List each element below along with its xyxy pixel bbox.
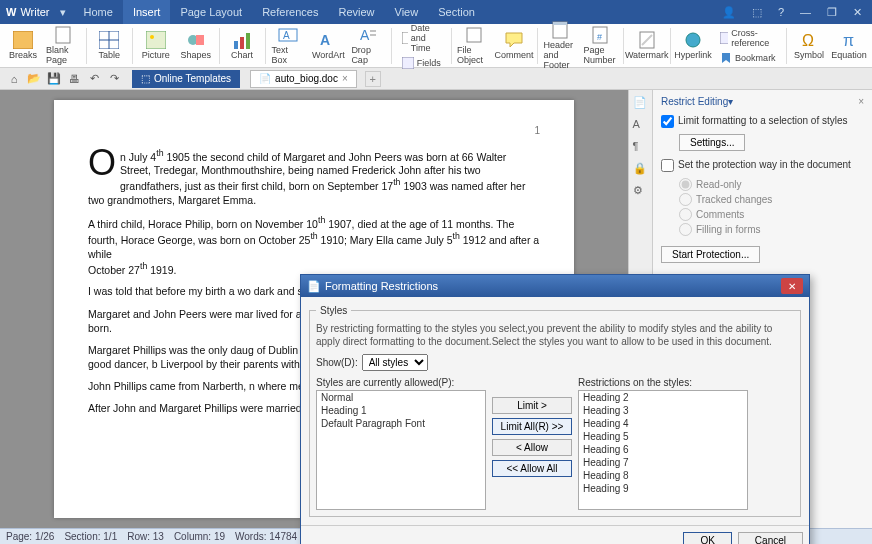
svg-rect-28 [720,32,728,44]
tab-section[interactable]: Section [428,0,485,24]
protection-checkbox[interactable]: Set the protection way in the document [661,159,864,172]
svg-text:π: π [843,32,854,49]
print-icon[interactable]: 🖶 [66,71,82,87]
minimize-icon[interactable]: — [796,6,815,19]
restricted-listbox[interactable]: Heading 2 Heading 3 Heading 4 Heading 5 … [578,390,748,510]
pane-dropdown-icon[interactable]: ▾ [728,96,733,107]
new-tab-button[interactable]: + [365,71,381,87]
shapes-button[interactable]: Shapes [179,31,213,60]
tab-references[interactable]: References [252,0,328,24]
list-item[interactable]: Heading 7 [579,456,747,469]
templates-icon: ⬚ [141,73,150,84]
list-item[interactable]: Heading 5 [579,430,747,443]
app-name: Writer [20,6,49,18]
chart-button[interactable]: Chart [225,31,259,60]
picture-button[interactable]: Picture [139,31,173,60]
header-footer-button[interactable]: Header and Footer [543,21,577,70]
home-icon[interactable]: ⌂ [6,71,22,87]
svg-rect-5 [146,31,166,49]
paragraph-2: A third child, Horace Philip, born on No… [88,215,540,276]
cancel-button[interactable]: Cancel [738,532,803,544]
svg-text:A: A [283,30,290,41]
wordart-button[interactable]: AWordArt [311,31,345,60]
app-dropdown-icon[interactable]: ▾ [60,6,66,19]
watermark-button[interactable]: Watermark [630,31,664,60]
list-item[interactable]: Heading 9 [579,482,747,495]
limit-all-button[interactable]: Limit All(R) >> [492,418,572,435]
allow-button[interactable]: < Allow [492,439,572,456]
list-item[interactable]: Heading 1 [317,404,485,417]
comment-button[interactable]: Comment [497,31,531,60]
svg-rect-0 [13,31,33,49]
svg-rect-8 [196,35,204,45]
symbol-button[interactable]: ΩSymbol [792,31,826,60]
list-item[interactable]: Default Paragraph Font [317,417,485,430]
ok-button[interactable]: OK [683,532,731,544]
list-item[interactable]: Normal [317,391,485,404]
date-time-button[interactable]: Date and Time [398,22,445,54]
limit-button[interactable]: Limit > [492,397,572,414]
online-templates-tab[interactable]: ⬚ Online Templates [132,70,240,88]
allowed-listbox[interactable]: Normal Heading 1 Default Paragraph Font [316,390,486,510]
skin-icon[interactable]: ⬚ [748,6,766,19]
hyperlink-button[interactable]: Hyperlink [676,31,710,60]
styles-legend: Styles [316,305,351,316]
page-number: 1 [88,124,540,138]
status-page[interactable]: Page: 1/26 [6,531,54,542]
cross-reference-button[interactable]: Cross-reference [716,27,780,49]
allow-all-button[interactable]: << Allow All [492,460,572,477]
save-icon[interactable]: 💾 [46,71,62,87]
textbox-button[interactable]: AText Box [271,26,305,65]
allowed-label: Styles are currently allowed(P): [316,377,486,388]
bookmark-button[interactable]: Bookmark [716,51,780,65]
pane-close-icon[interactable]: × [858,96,864,107]
tab-insert[interactable]: Insert [123,0,171,24]
window-controls: 👤 ⬚ ? — ❐ ✕ [718,6,866,19]
list-item[interactable]: Heading 4 [579,417,747,430]
dropcap-button[interactable]: ADrop Cap [351,26,385,65]
tab-view[interactable]: View [385,0,429,24]
styles-group: Styles By restricting formatting to the … [309,305,801,517]
list-item[interactable]: Heading 3 [579,404,747,417]
list-item[interactable]: Heading 8 [579,469,747,482]
blank-page-button[interactable]: Blank Page [46,26,80,65]
ribbon: Breaks Blank Page Table Picture Shapes C… [0,24,872,68]
tab-home[interactable]: Home [74,0,123,24]
list-item[interactable]: Heading 6 [579,443,747,456]
page-number-button[interactable]: #Page Number [583,26,617,65]
settings-button[interactable]: Settings... [679,134,745,151]
user-icon[interactable]: 👤 [718,6,740,19]
help-icon[interactable]: ? [774,6,788,19]
table-button[interactable]: Table [92,31,126,60]
undo-icon[interactable]: ↶ [86,71,102,87]
limit-formatting-checkbox[interactable]: Limit formatting to a selection of style… [661,115,864,128]
show-select[interactable]: All styles [362,354,428,371]
list-item[interactable]: Heading 2 [579,391,747,404]
font-icon[interactable]: A [633,118,649,134]
paragraph-icon[interactable]: ¶ [633,140,649,156]
redo-icon[interactable]: ↷ [106,71,122,87]
status-words[interactable]: Words: 14784 [235,531,297,542]
restore-icon[interactable]: ❐ [823,6,841,19]
tab-page-layout[interactable]: Page Layout [170,0,252,24]
svg-rect-1 [56,27,70,43]
close-window-icon[interactable]: ✕ [849,6,866,19]
file-object-button[interactable]: File Object [457,26,491,65]
properties-icon[interactable]: 📄 [633,96,649,112]
limit-checkbox-input[interactable] [661,115,674,128]
tab-review[interactable]: Review [328,0,384,24]
document-tab[interactable]: 📄 auto_biog.doc × [250,70,357,88]
dialog-close-icon[interactable]: ✕ [781,278,803,294]
svg-rect-20 [467,28,481,42]
open-icon[interactable]: 📂 [26,71,42,87]
dialog-title-bar[interactable]: 📄 Formatting Restrictions ✕ [301,275,809,297]
radio-comments: Comments [679,208,864,221]
fields-button[interactable]: Fields [398,56,445,70]
doc-close-icon[interactable]: × [342,73,348,84]
restrict-icon[interactable]: 🔒 [633,162,649,178]
equation-button[interactable]: πEquation [832,31,866,60]
start-protection-button[interactable]: Start Protection... [661,246,760,263]
settings-icon[interactable]: ⚙ [633,184,649,200]
protect-checkbox-input[interactable] [661,159,674,172]
breaks-button[interactable]: Breaks [6,31,40,60]
